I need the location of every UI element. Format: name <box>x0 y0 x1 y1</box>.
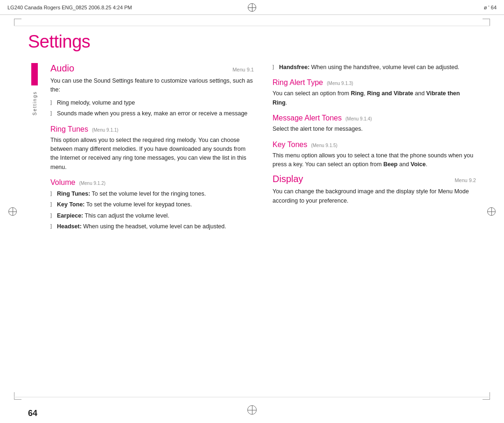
display-section: Display Menu 9.2 You can change the back… <box>273 174 476 205</box>
corner-mark-br <box>483 392 490 400</box>
columns: Audio Menu 9.1 You can use the Sound Set… <box>50 63 476 404</box>
ring-tunes-heading-text: Ring Tunes <box>50 125 88 134</box>
handsfree-text: When using the handsfree, volume level c… <box>311 64 460 70</box>
volume-bullet-key-tone: Key Tone: To set the volume level for ke… <box>50 200 254 209</box>
display-description: You can change the background image and … <box>273 187 476 205</box>
message-alert-tones-heading: Message Alert Tones (Menu 9.1.4) <box>273 114 476 122</box>
header-bar: LG240 Canada Rogers ENG_0825 2006.8.25 4… <box>0 0 504 15</box>
handsfree-section: Handsfree: When using the handsfree, vol… <box>273 63 476 72</box>
sidebar-bar <box>31 63 38 85</box>
left-column: Audio Menu 9.1 You can use the Sound Set… <box>50 63 254 404</box>
ring-alert-type-heading-text: Ring Alert Type <box>273 78 323 87</box>
ring-tunes-heading: Ring Tunes (Menu 9.1.1) <box>50 125 254 134</box>
ring-alert-bold-ring: Ring <box>351 90 364 97</box>
handsfree-label: Handsfree: <box>279 64 309 70</box>
ring-alert-bold-vibrate-ring: Vibrate then Ring <box>273 90 460 106</box>
crosshair-left <box>8 207 17 216</box>
volume-heading-text: Volume <box>50 178 75 187</box>
corner-mark-tr <box>483 19 490 26</box>
message-alert-tones-section: Message Alert Tones (Menu 9.1.4) Select … <box>273 114 476 134</box>
volume-heading: Volume (Menu 9.1.2) <box>50 178 254 187</box>
header-page-ref: ø ' 64 <box>484 5 497 10</box>
audio-heading: Audio <box>50 63 74 74</box>
header-crosshair <box>248 3 256 12</box>
sidebar-label: Settings <box>32 91 37 115</box>
volume-bullet-headset: Headset: When using the headset, volume … <box>50 222 254 231</box>
audio-section: Audio Menu 9.1 You can use the Sound Set… <box>50 63 254 119</box>
volume-bullets: Ring Tunes: To set the volume level for … <box>50 190 254 232</box>
volume-key-tone-label: Key Tone: <box>57 201 85 208</box>
corner-mark-bl <box>14 392 21 400</box>
display-menu-label: Menu 9.2 <box>455 177 476 183</box>
crosshair-right <box>487 207 496 216</box>
audio-bullet-2: Sounds made when you press a key, make a… <box>50 109 254 118</box>
ring-alert-bold-ring-vibrate: Ring and Vibrate <box>367 90 413 97</box>
ring-alert-type-menu-label: (Menu 9.1.3) <box>327 81 353 86</box>
volume-section: Volume (Menu 9.1.2) Ring Tunes: To set t… <box>50 178 254 232</box>
audio-menu-label: Menu 9.1 <box>232 67 254 72</box>
key-tones-bold-voice: Voice <box>411 161 426 168</box>
volume-earpiece-text: This can adjust the volume level. <box>85 212 169 219</box>
ring-tunes-section: Ring Tunes (Menu 9.1.1) This option allo… <box>50 125 254 172</box>
page-number: 64 <box>28 409 37 418</box>
volume-key-tone-text: To set the volume level for keypad tones… <box>86 201 192 208</box>
header-text: LG240 Canada Rogers ENG_0825 2006.8.25 4… <box>7 5 132 10</box>
key-tones-bold-beep: Beep <box>383 161 398 168</box>
right-column: Handsfree: When using the handsfree, vol… <box>273 63 476 404</box>
ring-tunes-menu-label: (Menu 9.1.1) <box>92 127 119 133</box>
handsfree-bullet: Handsfree: When using the handsfree, vol… <box>273 63 476 72</box>
audio-heading-row: Audio Menu 9.1 <box>50 63 254 74</box>
corner-mark-tl <box>14 19 21 26</box>
page-title: Settings <box>28 32 476 52</box>
key-tones-description: This menu option allows you to select a … <box>273 151 476 169</box>
ring-tunes-description: This option allows you to select the req… <box>50 136 254 172</box>
key-tones-heading: Key Tones (Menu 9.1.5) <box>273 141 476 149</box>
ring-alert-type-heading: Ring Alert Type (Menu 9.1.3) <box>273 78 476 87</box>
audio-bullet-1: Ring melody, volume and type <box>50 99 254 107</box>
page-container: Settings Settings Audio Menu 9.1 Yo <box>28 15 476 404</box>
message-alert-tones-description: Select the alert tone for messages. <box>273 125 476 134</box>
key-tones-menu-label: (Menu 9.1.5) <box>311 143 337 148</box>
volume-headset-label: Headset: <box>57 223 82 230</box>
message-alert-tones-heading-text: Message Alert Tones <box>273 114 342 122</box>
content-area: Settings Audio Menu 9.1 You can use the … <box>28 63 476 404</box>
display-heading: Display <box>273 174 303 184</box>
sidebar: Settings <box>28 63 41 404</box>
volume-bullet-earpiece: Earpiece: This can adjust the volume lev… <box>50 212 254 220</box>
ring-alert-type-section: Ring Alert Type (Menu 9.1.3) You can sel… <box>273 78 476 107</box>
message-alert-tones-menu-label: (Menu 9.1.4) <box>345 116 372 121</box>
audio-description: You can use the Sound Settings feature t… <box>50 77 254 95</box>
ring-alert-type-description: You can select an option from Ring, Ring… <box>273 89 476 107</box>
crosshair-bottom <box>247 405 257 415</box>
key-tones-section: Key Tones (Menu 9.1.5) This menu option … <box>273 141 476 169</box>
display-heading-text: Display <box>273 174 303 184</box>
audio-bullets: Ring melody, volume and type Sounds made… <box>50 99 254 119</box>
volume-bullet-ring-tunes: Ring Tunes: To set the volume level for … <box>50 190 254 198</box>
volume-ring-tunes-text: To set the volume level for the ringing … <box>92 190 206 197</box>
volume-earpiece-label: Earpiece: <box>57 212 83 219</box>
volume-ring-tunes-label: Ring Tunes: <box>57 190 90 197</box>
volume-menu-label: (Menu 9.1.2) <box>79 181 105 186</box>
audio-heading-text: Audio <box>50 63 74 73</box>
key-tones-heading-text: Key Tones <box>273 141 307 149</box>
display-heading-row: Display Menu 9.2 <box>273 174 476 184</box>
volume-headset-text: When using the headset, volume level can… <box>83 223 226 230</box>
